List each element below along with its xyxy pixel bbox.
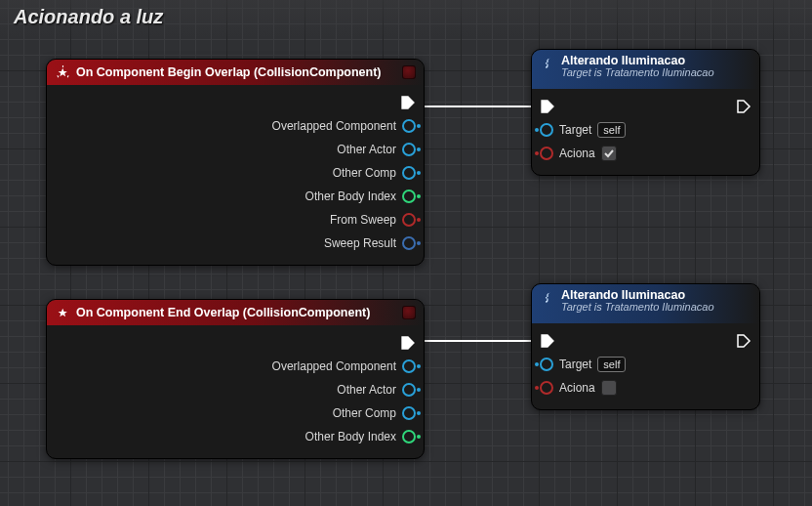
pin-other-body-index[interactable] (402, 190, 416, 203)
pin-overlapped-component[interactable] (402, 359, 416, 373)
pin-other-actor[interactable] (402, 143, 416, 156)
node-end-overlap[interactable]: On Component End Overlap (CollisionCompo… (46, 299, 425, 459)
pin-target[interactable] (540, 123, 553, 137)
node-subtitle: Target is Tratamento Iluminacao (561, 66, 714, 78)
exec-out-pin[interactable] (736, 333, 751, 349)
pin-aciona[interactable] (540, 381, 553, 395)
pin-label: Other Comp (333, 166, 396, 180)
pin-from-sweep[interactable] (402, 213, 416, 227)
node-header[interactable]: Alterando Iluminacao Target is Tratament… (532, 50, 759, 89)
pin-label: Aciona (559, 381, 595, 395)
pin-label: Aciona (559, 147, 595, 160)
function-icon (540, 290, 555, 306)
pin-other-comp[interactable] (402, 166, 416, 180)
node-header[interactable]: On Component Begin Overlap (CollisionCom… (47, 60, 424, 85)
pin-other-body-index[interactable] (402, 430, 416, 443)
pin-other-actor[interactable] (402, 383, 416, 397)
pin-label: Other Body Index (305, 190, 396, 203)
graph-canvas[interactable]: On Component Begin Overlap (CollisionCom… (0, 0, 812, 506)
node-title: Alterando Iluminacao (561, 54, 714, 67)
pin-label: Sweep Result (324, 236, 396, 250)
pin-overlapped-component[interactable] (402, 119, 416, 133)
node-title: Alterando Iluminacao (561, 288, 714, 302)
node-subtitle: Target is Tratamento Iluminacao (561, 301, 714, 313)
node-begin-overlap[interactable]: On Component Begin Overlap (CollisionCom… (46, 59, 425, 266)
pin-label: Overlapped Component (272, 119, 396, 133)
pin-label: From Sweep (330, 213, 396, 227)
pin-label: Other Body Index (305, 430, 396, 443)
node-header[interactable]: Alterando Iluminacao Target is Tratament… (532, 284, 759, 323)
node-title: On Component End Overlap (CollisionCompo… (76, 306, 370, 319)
pin-label: Other Actor (337, 383, 396, 397)
target-value[interactable]: self (597, 357, 626, 372)
node-title: On Component Begin Overlap (CollisionCom… (76, 65, 382, 79)
function-icon (540, 56, 555, 71)
exec-in-pin[interactable] (540, 333, 555, 349)
pin-sweep-result[interactable] (402, 236, 416, 250)
pin-label: Target (559, 123, 591, 137)
target-value[interactable]: self (597, 122, 626, 138)
exec-out-pin[interactable] (736, 99, 751, 114)
pin-label: Target (559, 358, 591, 371)
exec-out-pin[interactable] (400, 335, 416, 351)
pin-aciona[interactable] (540, 147, 553, 160)
event-icon (55, 305, 70, 320)
pin-label: Other Comp (333, 406, 396, 420)
pin-other-comp[interactable] (402, 406, 416, 420)
exec-in-pin[interactable] (540, 99, 555, 114)
pin-label: Overlapped Component (272, 359, 396, 373)
pin-target[interactable] (540, 358, 553, 371)
node-alterando-1[interactable]: Alterando Iluminacao Target is Tratament… (531, 49, 760, 176)
delegate-pin[interactable] (402, 65, 416, 79)
node-header[interactable]: On Component End Overlap (CollisionCompo… (47, 300, 424, 325)
aciona-checkbox-checked[interactable] (601, 146, 617, 161)
node-alterando-2[interactable]: Alterando Iluminacao Target is Tratament… (531, 283, 760, 410)
event-icon (55, 64, 70, 80)
aciona-checkbox-unchecked[interactable] (601, 380, 617, 396)
delegate-pin[interactable] (402, 306, 416, 319)
exec-out-pin[interactable] (400, 95, 416, 110)
pin-label: Other Actor (337, 143, 396, 156)
